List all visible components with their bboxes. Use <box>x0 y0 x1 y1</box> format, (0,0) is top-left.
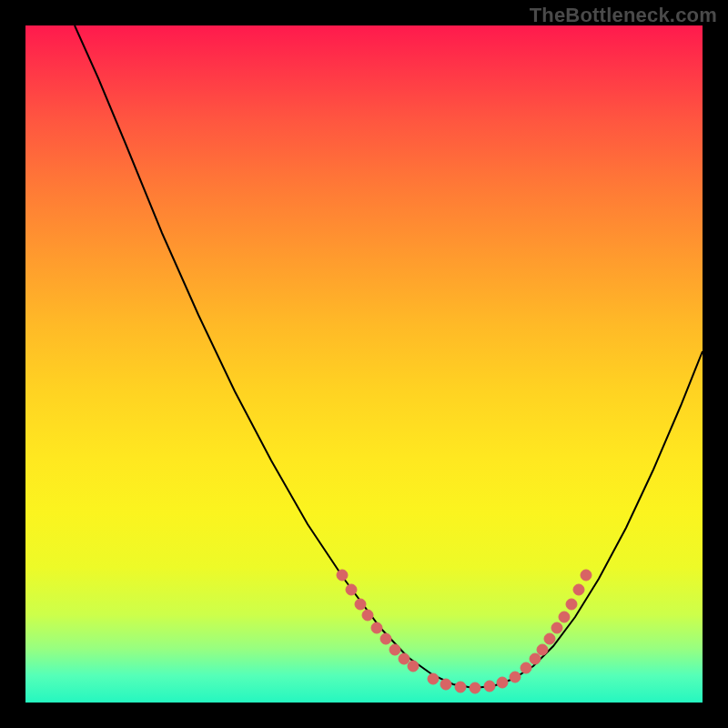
data-dot <box>581 570 592 581</box>
data-dot <box>544 633 555 644</box>
bottleneck-curve <box>25 25 703 703</box>
data-dot <box>455 682 466 693</box>
data-dot <box>389 644 400 655</box>
plot-area <box>25 25 703 703</box>
data-dot <box>408 661 419 672</box>
dot-cluster-right <box>521 570 592 673</box>
data-dot <box>371 622 382 633</box>
data-dot <box>337 570 348 581</box>
data-dot <box>530 653 541 664</box>
curve-path <box>75 25 703 688</box>
data-dot <box>346 584 357 595</box>
data-dot <box>470 682 480 693</box>
data-dot <box>440 679 451 690</box>
data-dot <box>355 599 366 610</box>
data-dot <box>573 584 584 595</box>
data-dot <box>537 644 548 655</box>
dot-cluster-left <box>337 570 419 672</box>
data-dot <box>566 599 577 610</box>
data-dot <box>380 633 391 644</box>
chart-frame: TheBottleneck.com <box>0 0 728 728</box>
data-dot <box>399 653 410 664</box>
data-dot <box>510 672 521 682</box>
data-dot <box>559 612 570 622</box>
data-dot <box>521 662 531 673</box>
data-dot <box>497 677 508 688</box>
data-dot <box>484 681 495 692</box>
watermark-text: TheBottleneck.com <box>530 4 717 27</box>
dot-cluster-valley <box>428 672 521 693</box>
data-dot <box>362 610 373 621</box>
data-dot <box>428 673 439 684</box>
data-dot <box>551 622 562 633</box>
